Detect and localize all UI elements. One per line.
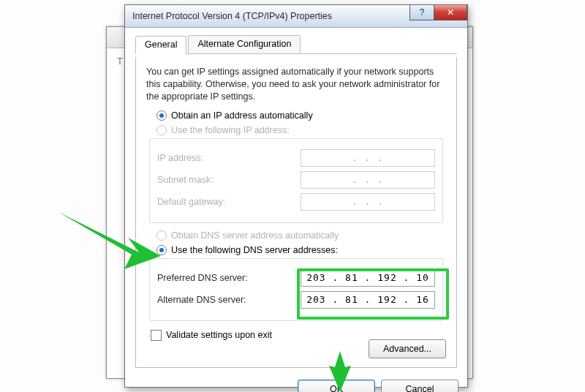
advanced-button-label: Advanced... — [383, 344, 431, 354]
preferred-dns-label: Preferred DNS server: — [157, 273, 248, 283]
subnet-mask-input: . . . — [301, 171, 435, 189]
dns-fields-group: Preferred DNS server: 203 . 81 . 192 . 1… — [149, 258, 443, 321]
default-gateway-input: . . . — [301, 193, 435, 211]
validate-settings-label: Validate settings upon exit — [166, 330, 272, 340]
window-title: Internet Protocol Version 4 (TCP/IPv4) P… — [132, 11, 332, 21]
cancel-button[interactable]: Cancel — [381, 380, 458, 392]
field-alternate-dns: Alternate DNS server: 203 . 81 . 192 . 1… — [157, 291, 435, 309]
field-default-gateway: Default gateway: . . . — [157, 193, 435, 211]
checkbox-icon — [151, 330, 162, 341]
tab-general[interactable]: General — [135, 36, 186, 54]
field-ip-address: IP address: . . . — [157, 149, 435, 167]
radio-ip-manual-label: Use the following IP address: — [171, 125, 290, 135]
radio-icon — [156, 125, 167, 135]
tab-general-label: General — [145, 39, 177, 50]
radio-ip-auto-label: Obtain an IP address automatically — [171, 110, 313, 121]
titlebar[interactable]: Internet Protocol Version 4 (TCP/IPv4) P… — [125, 5, 467, 28]
default-gateway-label: Default gateway: — [157, 197, 225, 207]
radio-dns-manual-label: Use the following DNS server addresses: — [171, 245, 338, 255]
radio-dns-manual[interactable]: Use the following DNS server addresses: — [156, 245, 446, 255]
ip-address-input: . . . — [301, 149, 435, 167]
radio-dns-auto[interactable]: Obtain DNS server address automatically — [156, 230, 446, 241]
alternate-dns-label: Alternate DNS server: — [157, 295, 246, 305]
tab-alternate-configuration[interactable]: Alternate Configuration — [188, 35, 301, 53]
ip-fields-group: IP address: . . . Subnet mask: . . . Def… — [149, 138, 443, 223]
titlebar-close-button[interactable]: ✕ — [434, 5, 467, 20]
advanced-button[interactable]: Advanced... — [369, 339, 446, 358]
radio-icon — [156, 245, 167, 255]
preferred-dns-input[interactable]: 203 . 81 . 192 . 10 — [301, 269, 435, 287]
titlebar-help-button[interactable]: ? — [410, 5, 434, 20]
radio-ip-manual[interactable]: Use the following IP address: — [156, 125, 446, 135]
radio-dns-auto-label: Obtain DNS server address automatically — [171, 230, 339, 241]
radio-icon — [156, 230, 167, 241]
cancel-button-label: Cancel — [406, 384, 434, 392]
ip-address-label: IP address: — [157, 153, 203, 163]
intro-text: You can get IP settings assigned automat… — [146, 66, 446, 103]
field-subnet-mask: Subnet mask: . . . — [157, 171, 435, 189]
tab-alt-label: Alternate Configuration — [197, 39, 291, 49]
ok-button-label: OK — [330, 384, 343, 392]
radio-ip-auto[interactable]: Obtain an IP address automatically — [156, 110, 446, 121]
general-pane: You can get IP settings assigned automat… — [135, 57, 457, 368]
ok-button[interactable]: OK — [298, 380, 375, 392]
alternate-dns-input[interactable]: 203 . 81 . 192 . 16 — [301, 291, 435, 309]
field-preferred-dns: Preferred DNS server: 203 . 81 . 192 . 1… — [157, 269, 435, 287]
tcpip-properties-dialog: Internet Protocol Version 4 (TCP/IPv4) P… — [124, 4, 468, 388]
dialog-button-row: OK Cancel — [125, 374, 467, 392]
tab-strip: General Alternate Configuration — [135, 35, 457, 54]
radio-icon — [156, 110, 167, 121]
client-area: General Alternate Configuration You can … — [125, 28, 467, 374]
help-icon: ? — [420, 7, 425, 18]
close-icon: ✕ — [447, 7, 454, 18]
subnet-mask-label: Subnet mask: — [157, 175, 213, 185]
background-fragment: T — [117, 56, 123, 67]
